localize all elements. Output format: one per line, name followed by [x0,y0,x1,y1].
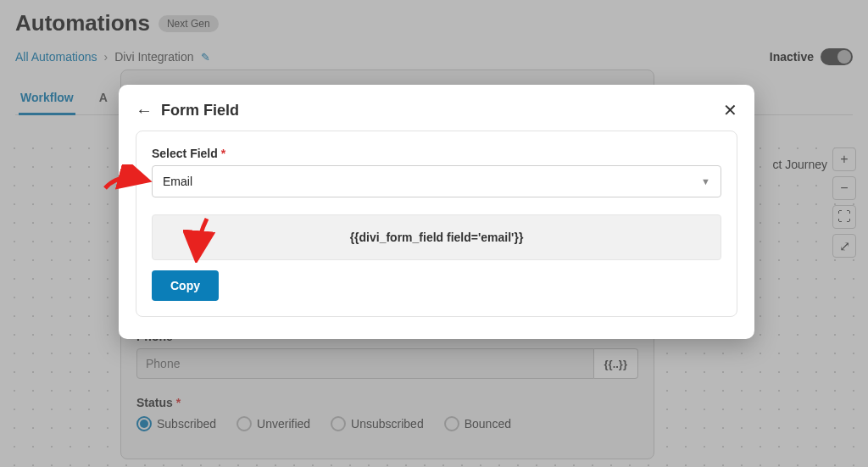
code-snippet: {{divi_form_field field='email'}} [152,214,721,260]
modal-title: Form Field [161,102,239,120]
back-arrow-icon[interactable]: ← [136,101,153,120]
copy-button[interactable]: Copy [152,270,219,301]
chevron-down-icon: ▼ [701,176,710,186]
select-field-label: Select Field * [152,147,721,160]
close-icon[interactable]: ✕ [723,100,737,120]
form-field-modal: ← Form Field ✕ Select Field * Email ▼ {{… [119,85,754,339]
required-asterisk: * [221,147,225,160]
select-field-dropdown[interactable]: Email ▼ [152,165,721,197]
select-field-value: Email [163,175,192,188]
